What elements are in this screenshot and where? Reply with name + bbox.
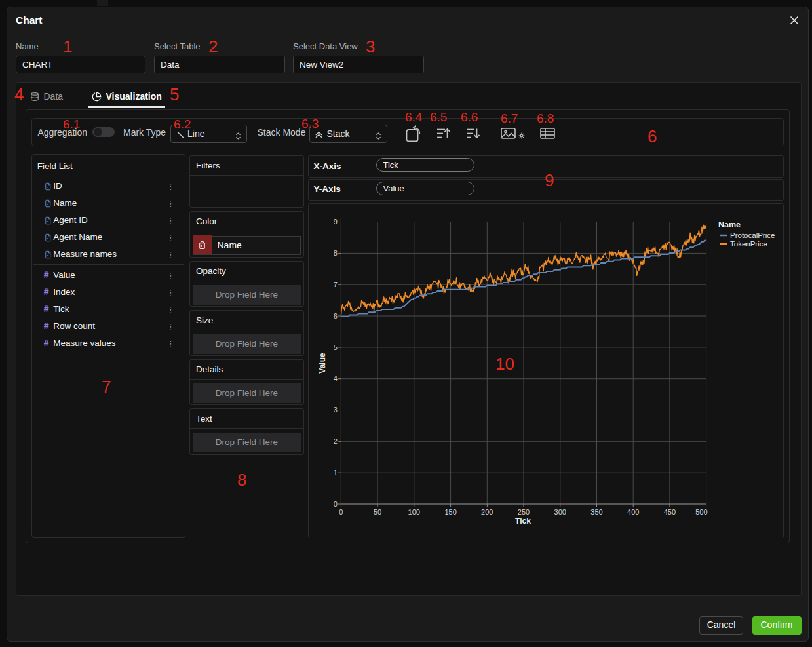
- svg-text:Name: Name: [718, 220, 741, 229]
- svg-text:500: 500: [695, 508, 707, 516]
- svg-text:9: 9: [333, 218, 337, 225]
- svg-text:5: 5: [333, 343, 337, 351]
- svg-text:450: 450: [663, 508, 675, 516]
- svg-text:50: 50: [373, 508, 381, 516]
- svg-text:100: 100: [408, 508, 419, 516]
- svg-text:ProtocalPrice: ProtocalPrice: [730, 231, 775, 239]
- svg-text:4: 4: [333, 374, 337, 382]
- svg-text:0: 0: [339, 508, 343, 516]
- svg-text:Value: Value: [318, 353, 327, 374]
- svg-text:150: 150: [444, 508, 456, 516]
- svg-text:250: 250: [517, 508, 529, 516]
- svg-text:300: 300: [554, 508, 566, 516]
- svg-text:6: 6: [333, 311, 337, 319]
- svg-text:2: 2: [333, 437, 337, 444]
- svg-text:1: 1: [333, 468, 337, 476]
- svg-text:Tick: Tick: [515, 517, 531, 526]
- svg-text:8: 8: [333, 249, 337, 257]
- svg-text:3: 3: [333, 406, 337, 414]
- svg-text:TokenPrice: TokenPrice: [730, 240, 767, 248]
- svg-text:0: 0: [333, 500, 337, 507]
- svg-text:350: 350: [590, 508, 602, 516]
- svg-text:200: 200: [481, 508, 493, 516]
- svg-text:7: 7: [333, 280, 337, 288]
- svg-text:400: 400: [627, 508, 639, 516]
